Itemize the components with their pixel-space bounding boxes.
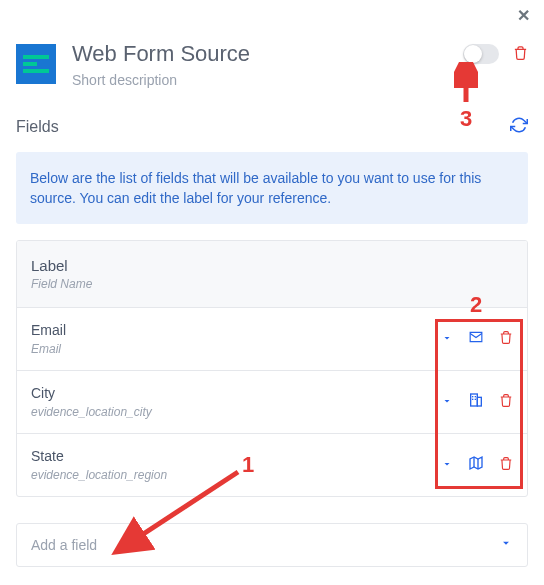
fields-table: Label Field Name Email Email City eviden…	[16, 240, 528, 497]
field-name: evidence_location_region	[31, 468, 167, 482]
delete-source-button[interactable]	[513, 45, 528, 64]
page-subtitle: Short description	[72, 72, 447, 88]
delete-field-button[interactable]	[499, 393, 513, 412]
table-row: Email Email	[17, 307, 527, 370]
chevron-down-icon[interactable]	[441, 393, 453, 411]
header-actions	[463, 40, 528, 64]
field-name: Email	[31, 342, 66, 356]
svg-rect-0	[471, 394, 478, 406]
table-head: Label Field Name	[17, 241, 527, 307]
header: Web Form Source Short description	[0, 26, 544, 92]
chevron-down-icon	[499, 536, 513, 554]
delete-field-button[interactable]	[499, 330, 513, 349]
chevron-down-icon[interactable]	[441, 330, 453, 348]
map-icon[interactable]	[467, 455, 485, 475]
source-logo	[16, 44, 56, 84]
svg-rect-4	[472, 399, 473, 400]
page-title: Web Form Source	[72, 40, 447, 69]
field-label[interactable]: State	[31, 448, 167, 464]
table-row: City evidence_location_city	[17, 370, 527, 433]
title-block: Web Form Source Short description	[72, 40, 447, 88]
delete-field-button[interactable]	[499, 456, 513, 475]
info-banner: Below are the list of fields that will b…	[16, 152, 528, 225]
fields-section-header: Fields	[0, 92, 544, 146]
chevron-down-icon[interactable]	[441, 456, 453, 474]
table-row: State evidence_location_region	[17, 433, 527, 496]
svg-rect-3	[475, 396, 476, 397]
field-label[interactable]: City	[31, 385, 152, 401]
refresh-icon[interactable]	[510, 116, 528, 138]
svg-rect-5	[475, 399, 476, 400]
field-name: evidence_location_city	[31, 405, 152, 419]
close-icon[interactable]: ✕	[517, 6, 530, 25]
svg-rect-1	[477, 398, 481, 407]
envelope-icon[interactable]	[467, 330, 485, 348]
toggle-knob	[464, 45, 482, 63]
th-sub: Field Name	[31, 277, 513, 291]
enable-toggle[interactable]	[463, 44, 499, 64]
add-field-placeholder: Add a field	[31, 537, 97, 553]
fields-section-title: Fields	[16, 118, 59, 136]
building-icon[interactable]	[467, 392, 485, 412]
add-field-select[interactable]: Add a field	[16, 523, 528, 567]
svg-rect-2	[472, 396, 473, 397]
field-label[interactable]: Email	[31, 322, 66, 338]
th-label: Label	[31, 257, 513, 274]
